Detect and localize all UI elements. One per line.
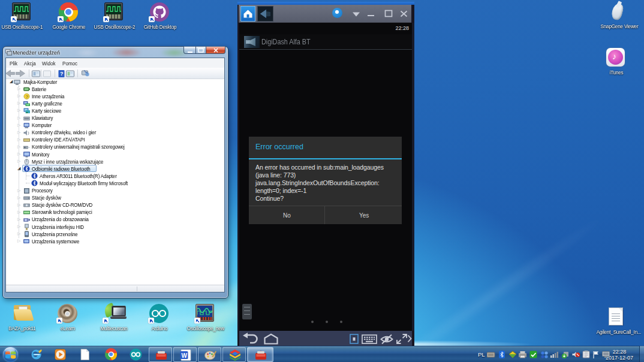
svg-text:W: W (182, 352, 188, 359)
svg-text:?: ? (60, 71, 64, 77)
svg-text:?: ? (26, 94, 29, 99)
